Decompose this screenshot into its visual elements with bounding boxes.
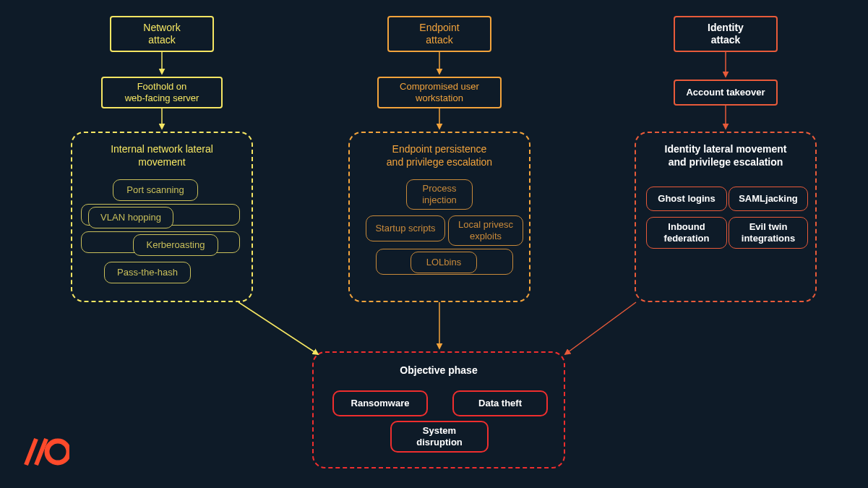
network-attack-box: Networkattack	[110, 16, 214, 52]
technique-lolbins: LOLbins	[411, 252, 477, 273]
svg-point-9	[47, 441, 69, 463]
objective-data-theft: Data theft	[452, 390, 548, 416]
endpoint-foothold-label: Compromised userworkstation	[400, 81, 479, 103]
brand-logo-icon	[20, 436, 69, 468]
network-attack-label: Networkattack	[143, 22, 180, 46]
network-group-title: Internal network lateralmovement	[72, 143, 252, 168]
identity-group-title: Identity lateral movementand privilege e…	[636, 143, 815, 168]
identity-foothold-box: Account takeover	[674, 80, 778, 106]
technique-pass-the-hash: Pass-the-hash	[104, 262, 191, 283]
technique-kerberoasting: Kerberoasting	[133, 234, 218, 256]
svg-line-7	[26, 439, 36, 465]
technique-samljacking: SAMLjacking	[729, 187, 808, 211]
objective-title: Objective phase	[314, 364, 564, 377]
endpoint-attack-label: Endpointattack	[419, 22, 459, 46]
identity-attack-box: Identityattack	[674, 16, 778, 52]
endpoint-foothold-box: Compromised userworkstation	[377, 77, 502, 108]
diagram-stage: Networkattack Foothold onweb-facing serv…	[0, 0, 868, 488]
technique-startup-scripts: Startup scripts	[366, 215, 445, 241]
identity-foothold-label: Account takeover	[686, 87, 765, 98]
endpoint-attack-box: Endpointattack	[387, 16, 491, 52]
identity-attack-label: Identityattack	[708, 22, 744, 46]
network-foothold-box: Foothold onweb-facing server	[101, 77, 223, 108]
technique-port-scanning: Port scanning	[113, 179, 198, 201]
technique-local-privesc: Local privescexploits	[448, 215, 523, 246]
technique-inbound-federation: Inboundfederation	[646, 217, 727, 249]
technique-ghost-logins: Ghost logins	[646, 187, 727, 211]
technique-process-injection: Processinjection	[406, 179, 473, 210]
technique-vlan-hopping: VLAN hopping	[88, 207, 173, 228]
endpoint-group-title: Endpoint persistenceand privilege escala…	[350, 143, 529, 168]
technique-evil-twin: Evil twinintegrations	[729, 217, 808, 249]
objective-system-disruption: Systemdisruption	[390, 421, 489, 453]
network-foothold-label: Foothold onweb-facing server	[125, 81, 199, 103]
objective-ransomware: Ransomware	[332, 390, 428, 416]
